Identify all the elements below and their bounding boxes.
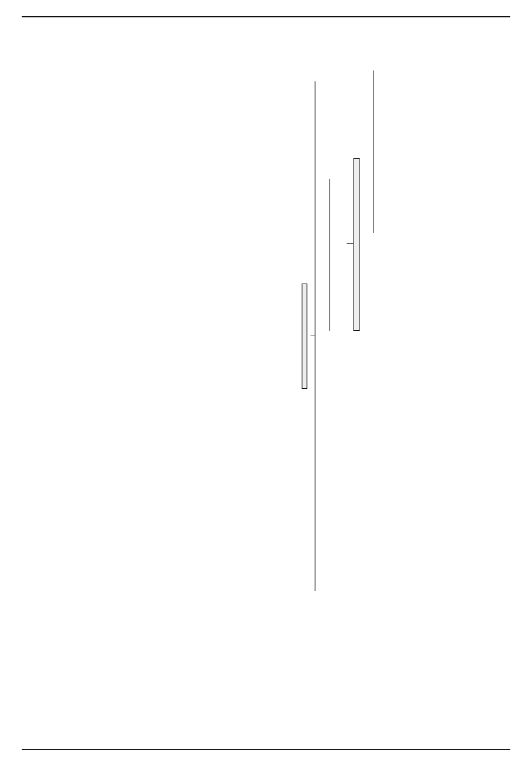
title-rule bbox=[22, 16, 510, 17]
footer bbox=[22, 749, 510, 751]
radio-stats-details bbox=[354, 158, 360, 331]
config-diagram bbox=[296, 38, 377, 634]
root-node bbox=[302, 284, 307, 389]
